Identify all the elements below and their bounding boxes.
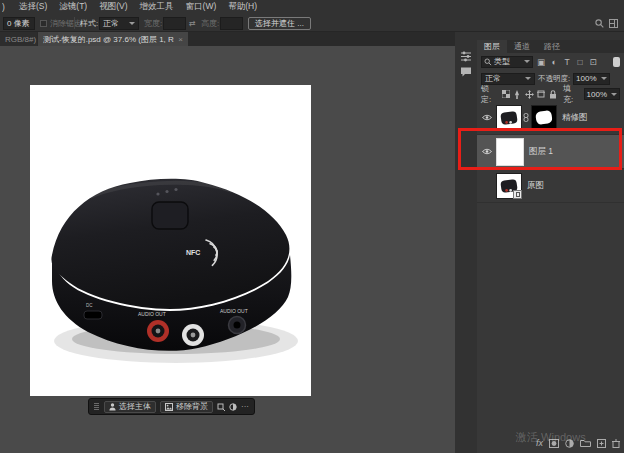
blend-mode-row: 正常 不透明度: 100% (477, 70, 624, 87)
drag-handle-icon[interactable] (94, 403, 99, 410)
chevron-down-icon (525, 77, 531, 80)
tab-paths[interactable]: 路径 (537, 40, 567, 53)
lock-transparency-icon[interactable] (502, 90, 511, 99)
style-dropdown[interactable]: 正常 (99, 14, 139, 32)
swap-dimensions-icon[interactable]: ⇄ (189, 14, 196, 32)
new-layer-icon[interactable] (597, 439, 606, 448)
opacity-label: 不透明度: (538, 74, 570, 84)
search-icon[interactable] (595, 14, 604, 32)
menu-item-select[interactable]: 选择(S) (19, 1, 47, 13)
inactive-tab-title: RGB/8#) * (5, 35, 37, 44)
width-label: 宽度: (144, 14, 162, 32)
transform-icon[interactable] (217, 403, 225, 411)
feather-field-wrap: 0 像素 (3, 14, 35, 32)
more-options-icon[interactable]: ··· (241, 402, 249, 411)
select-subject-label: 选择主体 (119, 401, 151, 412)
layer-effects-icon[interactable]: fx (536, 438, 543, 448)
layer-filter-type-dropdown[interactable]: 类型 (481, 56, 533, 68)
chevron-down-icon (601, 77, 607, 80)
tab-channels[interactable]: 通道 (507, 40, 537, 53)
mask-link-icon[interactable] (522, 113, 529, 122)
contextual-task-bar: 选择主体 移除背景 ··· (88, 398, 255, 415)
annotation-red-rectangle (458, 128, 622, 170)
tool-options-bar: 0 像素 消除锯齿 样式: 正常 宽度: ⇄ 高度: 选择并遮住 ... (0, 14, 624, 32)
product-photo-nfc-receiver: NFC DC AUDIO OUT AUDIO OUT (30, 85, 311, 396)
style-label: 样式: (80, 14, 98, 32)
feather-input[interactable]: 0 像素 (3, 17, 35, 30)
document-tab-bar: RGB/8#) * × 测试-恢复的.psd @ 37.6% (图层 1, RG… (0, 32, 455, 46)
options-divider (74, 17, 75, 29)
layer-name[interactable]: 精修图 (562, 112, 588, 124)
svg-text:NFC: NFC (186, 249, 200, 256)
delete-layer-icon[interactable] (612, 439, 620, 448)
menu-item-filter[interactable]: 滤镜(T) (59, 1, 87, 13)
photoshop-window: ) 选择(S) 滤镜(T) 视图(V) 增效工具 窗口(W) 帮助(H) 0 像… (0, 0, 624, 453)
properties-panel-icon[interactable] (460, 50, 472, 62)
new-group-icon[interactable] (580, 439, 591, 447)
visibility-eye-icon[interactable] (480, 114, 494, 121)
chevron-down-icon (129, 22, 135, 25)
panel-tab-bar: 图层 通道 路径 (477, 40, 624, 53)
menu-item-window[interactable]: 窗口(W) (186, 1, 217, 13)
filter-adjustment-layers-icon[interactable]: ◐ (549, 57, 559, 67)
search-icon (484, 58, 492, 66)
layer-thumbnail[interactable] (496, 173, 522, 199)
menu-item-plugins[interactable]: 增效工具 (140, 1, 174, 13)
menu-item-clipped: ) (2, 2, 7, 12)
fill-input[interactable]: 100% (584, 88, 620, 100)
filter-smart-object-icon[interactable]: ⊡ (588, 57, 598, 67)
right-panel-column: 图层 通道 路径 类型 ▣ ◐ T □ ⊡ 正常 (455, 32, 624, 453)
workspace-icon[interactable] (609, 14, 618, 32)
filter-type-label: 类型 (494, 56, 510, 67)
layer-filter-row: 类型 ▣ ◐ T □ ⊡ (477, 53, 624, 70)
svg-text:AUDIO OUT: AUDIO OUT (220, 308, 248, 314)
person-icon (109, 403, 116, 411)
document-canvas[interactable]: NFC DC AUDIO OUT AUDIO OUT (30, 85, 311, 396)
select-subject-button[interactable]: 选择主体 (104, 401, 156, 413)
lock-position-icon[interactable] (525, 90, 534, 99)
menu-item-help[interactable]: 帮助(H) (228, 1, 257, 13)
height-input[interactable] (220, 14, 243, 32)
menu-bar: ) 选择(S) 滤镜(T) 视图(V) 增效工具 窗口(W) 帮助(H) (0, 0, 624, 14)
layers-panel: 图层 通道 路径 类型 ▣ ◐ T □ ⊡ 正常 (477, 40, 624, 453)
adjustment-icon[interactable] (229, 403, 237, 411)
filter-on-toggle[interactable] (613, 57, 620, 67)
image-icon (165, 403, 173, 411)
width-input[interactable] (163, 14, 186, 32)
document-tab-active[interactable]: 测试-恢复的.psd @ 37.6% (图层 1, RGB/8#) * × (38, 32, 188, 46)
smart-object-badge-icon (513, 190, 522, 199)
lock-pixels-icon[interactable] (513, 90, 522, 99)
add-mask-icon[interactable] (549, 439, 559, 448)
tab-layers[interactable]: 图层 (477, 40, 507, 53)
opacity-value: 100% (576, 74, 596, 83)
layers-panel-footer: fx (536, 438, 620, 448)
style-value: 正常 (103, 18, 119, 29)
anti-alias-option: 消除锯齿 (40, 14, 82, 32)
height-label: 高度: (201, 14, 219, 32)
chevron-down-icon (524, 60, 530, 63)
lock-row: 锁定: 填充: 100% (477, 87, 624, 101)
layer-thumbnail[interactable] (496, 105, 522, 131)
panel-dock-strip (455, 32, 477, 453)
filter-type-layers-icon[interactable]: T (562, 57, 572, 67)
select-and-mask-button[interactable]: 选择并遮住 ... (248, 14, 311, 32)
active-tab-title: 测试-恢复的.psd @ 37.6% (图层 1, RGB/8#) * (43, 34, 174, 45)
filter-pixel-layers-icon[interactable]: ▣ (536, 57, 546, 67)
remove-background-label: 移除背景 (176, 401, 208, 412)
document-tab-inactive[interactable]: RGB/8#) * × (0, 32, 37, 46)
canvas-area[interactable]: NFC DC AUDIO OUT AUDIO OUT 选择主体 (0, 46, 455, 453)
lock-all-icon[interactable] (548, 90, 557, 99)
filter-shape-layers-icon[interactable]: □ (575, 57, 585, 67)
anti-alias-checkbox[interactable] (40, 20, 47, 27)
chevron-down-icon (611, 93, 617, 96)
adjustment-layer-icon[interactable] (565, 439, 574, 448)
menu-item-view[interactable]: 视图(V) (99, 1, 127, 13)
anti-alias-label: 消除锯齿 (50, 18, 82, 29)
remove-background-button[interactable]: 移除背景 (160, 401, 213, 413)
layer-mask-thumbnail[interactable] (531, 105, 557, 131)
layer-row-original[interactable]: 原图 (477, 169, 624, 203)
close-icon[interactable]: × (178, 35, 183, 44)
layer-name[interactable]: 原图 (527, 180, 544, 192)
comments-panel-icon[interactable] (460, 66, 472, 78)
lock-artboard-icon[interactable] (537, 90, 546, 99)
